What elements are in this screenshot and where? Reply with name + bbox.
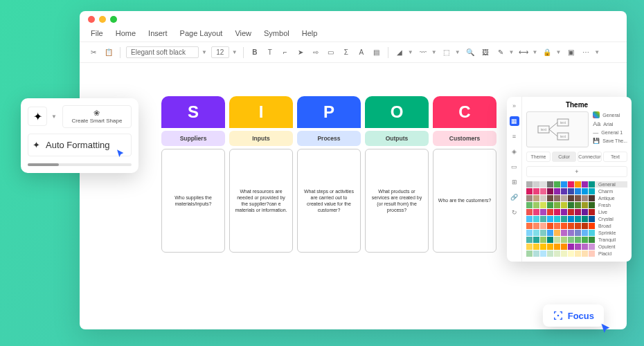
col-process[interactable]: P Process What steps or activities are c… (297, 96, 361, 253)
style-general[interactable]: General (593, 111, 627, 118)
swatch-row-placid[interactable]: Placid (526, 251, 627, 257)
auto-format-floater: ✦▼ ❀Create Smart Shape ✦ Auto Formatting (21, 98, 138, 173)
focus-icon (553, 310, 564, 321)
connector-icon[interactable]: ⇨ (310, 47, 321, 58)
menu-insert[interactable]: Insert (148, 29, 168, 37)
body-suppliers[interactable]: Who supplies the materials/inputs? (161, 149, 225, 253)
col-customers[interactable]: C Customers Who are the customers? (433, 96, 497, 253)
color-swatches: GeneralCharmAntiqueFreshLiveCrystalBroad… (526, 181, 627, 257)
svg-text:text: text (560, 120, 566, 125)
tab-theme[interactable]: Theme (526, 152, 551, 162)
arrow-icon[interactable]: ➤ (295, 47, 306, 58)
label-customers: Customers (433, 131, 497, 146)
tab-connector[interactable]: Connector (578, 152, 602, 162)
menu-view[interactable]: View (235, 29, 251, 37)
swatch-row-sprinkle[interactable]: Sprinkle (526, 230, 627, 236)
crop-icon[interactable]: ⬚ (441, 47, 452, 58)
menu-file[interactable]: File (91, 29, 103, 37)
body-inputs[interactable]: What resources are needed or provided by… (229, 149, 293, 253)
bold-icon[interactable]: B (249, 47, 260, 58)
corner-icon[interactable]: ⌐ (280, 47, 291, 58)
fill-icon[interactable]: ◢ (394, 47, 405, 58)
add-theme[interactable]: + (526, 166, 627, 177)
label-process: Process (297, 131, 361, 146)
format-slider[interactable] (28, 163, 132, 166)
body-customers[interactable]: Who are the customers? (433, 149, 497, 253)
letter-s: S (161, 96, 225, 128)
col-suppliers[interactable]: S Suppliers Who supplies the materials/i… (161, 96, 225, 253)
image-icon[interactable]: 🖼 (480, 47, 491, 58)
menu-help[interactable]: Help (302, 29, 318, 37)
history-icon[interactable]: ↻ (510, 208, 519, 217)
pen-icon[interactable]: ✎ (495, 47, 506, 58)
body-process[interactable]: What steps or activities are carried out… (297, 149, 361, 253)
font-icon[interactable]: A (356, 47, 367, 58)
font-size[interactable]: 12 (211, 46, 229, 58)
swatch-row-antique[interactable]: Antique (526, 195, 627, 201)
more-icon[interactable]: ⋯ (580, 47, 591, 58)
letter-i: I (229, 96, 293, 128)
minimize-dot[interactable] (99, 16, 106, 23)
svg-text:text: text (560, 134, 566, 138)
menu-symbol[interactable]: Symbol (264, 29, 289, 37)
tab-color[interactable]: Color (552, 152, 576, 162)
line-icon[interactable]: 〰 (418, 47, 429, 58)
toolbar: ✂ 📋 Elegant soft black▼ 12▼ B T ⌐ ➤ ⇨ ▭ … (80, 42, 627, 63)
create-smart-shape[interactable]: ❀Create Smart Shape (62, 105, 132, 128)
font-select[interactable]: Elegant soft black (126, 46, 199, 58)
grid-icon[interactable]: ▦ (510, 116, 519, 126)
titlebar (80, 11, 627, 28)
theme-panel: » ▦ ≡ ◈ ▭ ⊞ 🔗 ↻ Theme texttexttext Gener… (507, 97, 632, 262)
link-icon[interactable]: 🔗 (510, 192, 519, 202)
svg-line-2 (549, 122, 557, 129)
col-inputs[interactable]: I Inputs What resources are needed or pr… (229, 96, 293, 253)
swatch-row-broad[interactable]: Broad (526, 223, 627, 229)
sipoc-diagram: S Suppliers Who supplies the materials/i… (161, 96, 497, 253)
lock-icon[interactable]: 🔒 (542, 47, 553, 58)
cursor-icon (600, 322, 614, 336)
svg-point-8 (557, 315, 559, 317)
label-inputs: Inputs (229, 131, 293, 146)
col-outputs[interactable]: O Outputs What products or services are … (365, 96, 429, 253)
spark-icon[interactable]: ✦ (28, 107, 47, 126)
swatch-row-tranquil[interactable]: Tranquil (526, 237, 627, 243)
layer-icon[interactable]: ◈ (510, 147, 519, 156)
layers-icon[interactable]: ▣ (565, 47, 576, 58)
chart-icon[interactable]: ▤ (371, 47, 382, 58)
swatch-row-live[interactable]: Live (526, 209, 627, 215)
swatch-row-general[interactable]: General (526, 181, 627, 188)
body-outputs[interactable]: What products or services are created by… (365, 149, 429, 253)
label-outputs: Outputs (365, 131, 429, 146)
cut-icon[interactable]: ✂ (88, 47, 99, 58)
menu-home[interactable]: Home (116, 29, 136, 37)
letter-p: P (297, 96, 361, 128)
swatch-row-fresh[interactable]: Fresh (526, 202, 627, 208)
paste-icon[interactable]: 📋 (103, 47, 114, 58)
style-arial[interactable]: AaArial (593, 120, 627, 127)
search-icon[interactable]: 🔍 (465, 47, 476, 58)
letter-c: C (433, 96, 497, 128)
align-icon[interactable]: ≡ (510, 131, 519, 141)
measure-icon[interactable]: ⟷ (518, 47, 529, 58)
collapse-icon[interactable]: » (510, 101, 519, 111)
tab-text[interactable]: Text (603, 152, 627, 162)
text-icon[interactable]: T (265, 47, 276, 58)
style-general1[interactable]: —General 1 (593, 129, 627, 136)
label-suppliers: Suppliers (161, 131, 225, 146)
theme-preview[interactable]: texttexttext (526, 111, 589, 147)
svg-text:text: text (541, 127, 547, 131)
close-dot[interactable] (88, 16, 95, 23)
theme-tabs: Theme Color Connector Text (526, 152, 627, 162)
distribute-icon[interactable]: ⊞ (510, 177, 519, 187)
style-save[interactable]: 💾Save The... (593, 138, 627, 144)
maximize-dot[interactable] (110, 16, 117, 23)
equation-icon[interactable]: Σ (341, 47, 352, 58)
auto-formatting-button[interactable]: ✦ Auto Formatting (28, 134, 132, 156)
swatch-row-opulent[interactable]: Opulent (526, 244, 627, 250)
swatch-row-crystal[interactable]: Crystal (526, 216, 627, 222)
focus-button[interactable]: Focus (543, 304, 604, 327)
menu-page-layout[interactable]: Page Layout (180, 29, 223, 37)
shape-icon[interactable]: ▭ (325, 47, 337, 58)
page-icon[interactable]: ▭ (510, 162, 519, 172)
swatch-row-charm[interactable]: Charm (526, 188, 627, 194)
